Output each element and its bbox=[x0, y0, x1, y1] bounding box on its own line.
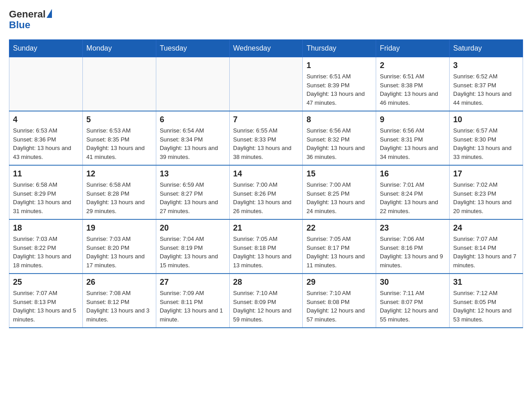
weekday-header-sunday: Sunday bbox=[9, 40, 83, 57]
calendar-cell: 22Sunrise: 7:05 AMSunset: 8:17 PMDayligh… bbox=[303, 219, 376, 274]
day-number: 11 bbox=[13, 169, 79, 179]
calendar-cell: 15Sunrise: 7:00 AMSunset: 8:25 PMDayligh… bbox=[303, 165, 376, 219]
calendar-cell: 21Sunrise: 7:05 AMSunset: 8:18 PMDayligh… bbox=[229, 219, 303, 274]
calendar-cell bbox=[82, 57, 156, 111]
calendar-cell: 31Sunrise: 7:12 AMSunset: 8:05 PMDayligh… bbox=[450, 274, 523, 328]
day-info: Sunrise: 7:10 AMSunset: 8:08 PMDaylight:… bbox=[306, 289, 372, 324]
calendar-cell: 29Sunrise: 7:10 AMSunset: 8:08 PMDayligh… bbox=[303, 274, 376, 328]
logo-triangle-icon bbox=[47, 9, 52, 18]
day-info: Sunrise: 6:59 AMSunset: 8:27 PMDaylight:… bbox=[160, 180, 226, 215]
calendar-cell: 11Sunrise: 6:58 AMSunset: 8:29 PMDayligh… bbox=[9, 165, 83, 219]
day-info: Sunrise: 7:03 AMSunset: 8:20 PMDaylight:… bbox=[86, 235, 152, 270]
calendar-cell bbox=[229, 57, 303, 111]
day-info: Sunrise: 6:55 AMSunset: 8:33 PMDaylight:… bbox=[233, 126, 299, 161]
day-number: 3 bbox=[453, 61, 519, 70]
day-info: Sunrise: 6:56 AMSunset: 8:32 PMDaylight:… bbox=[306, 126, 372, 161]
calendar-cell: 16Sunrise: 7:01 AMSunset: 8:24 PMDayligh… bbox=[376, 165, 450, 219]
calendar-cell: 28Sunrise: 7:10 AMSunset: 8:09 PMDayligh… bbox=[229, 274, 303, 328]
day-number: 29 bbox=[306, 278, 372, 287]
day-number: 4 bbox=[13, 115, 79, 124]
calendar-cell: 27Sunrise: 7:09 AMSunset: 8:11 PMDayligh… bbox=[156, 274, 229, 328]
day-info: Sunrise: 7:06 AMSunset: 8:16 PMDaylight:… bbox=[380, 235, 446, 270]
header: GeneralBlue bbox=[9, 9, 523, 30]
weekday-header-tuesday: Tuesday bbox=[156, 40, 229, 57]
day-number: 19 bbox=[86, 223, 152, 233]
day-info: Sunrise: 7:00 AMSunset: 8:25 PMDaylight:… bbox=[306, 180, 372, 215]
calendar-cell: 25Sunrise: 7:07 AMSunset: 8:13 PMDayligh… bbox=[9, 274, 83, 328]
day-number: 16 bbox=[380, 169, 446, 179]
calendar-cell: 14Sunrise: 7:00 AMSunset: 8:26 PMDayligh… bbox=[229, 165, 303, 219]
day-info: Sunrise: 7:10 AMSunset: 8:09 PMDaylight:… bbox=[233, 289, 299, 324]
day-info: Sunrise: 6:58 AMSunset: 8:28 PMDaylight:… bbox=[86, 180, 152, 215]
calendar-week-row: 11Sunrise: 6:58 AMSunset: 8:29 PMDayligh… bbox=[9, 165, 523, 219]
day-number: 5 bbox=[86, 115, 152, 124]
calendar-cell: 9Sunrise: 6:56 AMSunset: 8:31 PMDaylight… bbox=[376, 111, 450, 165]
calendar-cell: 3Sunrise: 6:52 AMSunset: 8:37 PMDaylight… bbox=[450, 57, 523, 111]
day-number: 21 bbox=[233, 223, 299, 233]
calendar-cell: 6Sunrise: 6:54 AMSunset: 8:34 PMDaylight… bbox=[156, 111, 229, 165]
day-number: 10 bbox=[453, 115, 519, 124]
day-number: 9 bbox=[380, 115, 446, 124]
day-number: 12 bbox=[86, 169, 152, 179]
calendar-cell: 19Sunrise: 7:03 AMSunset: 8:20 PMDayligh… bbox=[82, 219, 156, 274]
day-number: 31 bbox=[453, 278, 519, 287]
day-number: 6 bbox=[160, 115, 226, 124]
logo: GeneralBlue bbox=[9, 9, 52, 30]
day-info: Sunrise: 7:09 AMSunset: 8:11 PMDaylight:… bbox=[160, 289, 226, 324]
calendar-cell: 2Sunrise: 6:51 AMSunset: 8:38 PMDaylight… bbox=[376, 57, 450, 111]
day-number: 28 bbox=[233, 278, 299, 287]
day-info: Sunrise: 6:53 AMSunset: 8:36 PMDaylight:… bbox=[13, 126, 79, 161]
calendar-table: SundayMondayTuesdayWednesdayThursdayFrid… bbox=[9, 39, 523, 328]
calendar-cell: 30Sunrise: 7:11 AMSunset: 8:07 PMDayligh… bbox=[376, 274, 450, 328]
weekday-header-friday: Friday bbox=[376, 40, 450, 57]
day-number: 15 bbox=[306, 169, 372, 179]
day-info: Sunrise: 6:51 AMSunset: 8:38 PMDaylight:… bbox=[380, 72, 446, 107]
day-info: Sunrise: 7:01 AMSunset: 8:24 PMDaylight:… bbox=[380, 180, 446, 215]
calendar-cell: 4Sunrise: 6:53 AMSunset: 8:36 PMDaylight… bbox=[9, 111, 83, 165]
calendar-cell: 26Sunrise: 7:08 AMSunset: 8:12 PMDayligh… bbox=[82, 274, 156, 328]
day-number: 7 bbox=[233, 115, 299, 124]
calendar-cell: 23Sunrise: 7:06 AMSunset: 8:16 PMDayligh… bbox=[376, 219, 450, 274]
day-number: 1 bbox=[306, 61, 372, 70]
weekday-header-saturday: Saturday bbox=[450, 40, 523, 57]
logo-general-text: General bbox=[9, 9, 46, 20]
day-number: 17 bbox=[453, 169, 519, 179]
day-info: Sunrise: 7:05 AMSunset: 8:17 PMDaylight:… bbox=[306, 235, 372, 270]
weekday-header-thursday: Thursday bbox=[303, 40, 376, 57]
calendar-cell: 7Sunrise: 6:55 AMSunset: 8:33 PMDaylight… bbox=[229, 111, 303, 165]
calendar-week-row: 18Sunrise: 7:03 AMSunset: 8:22 PMDayligh… bbox=[9, 219, 523, 274]
day-info: Sunrise: 7:00 AMSunset: 8:26 PMDaylight:… bbox=[233, 180, 299, 215]
calendar-cell bbox=[156, 57, 229, 111]
day-info: Sunrise: 6:51 AMSunset: 8:39 PMDaylight:… bbox=[306, 72, 372, 107]
calendar-cell: 8Sunrise: 6:56 AMSunset: 8:32 PMDaylight… bbox=[303, 111, 376, 165]
day-info: Sunrise: 7:07 AMSunset: 8:13 PMDaylight:… bbox=[13, 289, 79, 324]
weekday-header-wednesday: Wednesday bbox=[229, 40, 303, 57]
day-number: 24 bbox=[453, 223, 519, 233]
day-number: 27 bbox=[160, 278, 226, 287]
calendar-week-row: 4Sunrise: 6:53 AMSunset: 8:36 PMDaylight… bbox=[9, 111, 523, 165]
weekday-header-row: SundayMondayTuesdayWednesdayThursdayFrid… bbox=[9, 40, 523, 57]
day-number: 18 bbox=[13, 223, 79, 233]
day-info: Sunrise: 7:04 AMSunset: 8:19 PMDaylight:… bbox=[160, 235, 226, 270]
calendar-cell: 24Sunrise: 7:07 AMSunset: 8:14 PMDayligh… bbox=[450, 219, 523, 274]
calendar-cell: 18Sunrise: 7:03 AMSunset: 8:22 PMDayligh… bbox=[9, 219, 83, 274]
weekday-header-monday: Monday bbox=[82, 40, 156, 57]
day-number: 20 bbox=[160, 223, 226, 233]
calendar-cell: 17Sunrise: 7:02 AMSunset: 8:23 PMDayligh… bbox=[450, 165, 523, 219]
calendar-cell: 12Sunrise: 6:58 AMSunset: 8:28 PMDayligh… bbox=[82, 165, 156, 219]
day-info: Sunrise: 7:12 AMSunset: 8:05 PMDaylight:… bbox=[453, 289, 519, 324]
logo-blue-text: Blue bbox=[9, 20, 52, 30]
calendar-cell: 13Sunrise: 6:59 AMSunset: 8:27 PMDayligh… bbox=[156, 165, 229, 219]
day-number: 25 bbox=[13, 278, 79, 287]
calendar-cell: 5Sunrise: 6:53 AMSunset: 8:35 PMDaylight… bbox=[82, 111, 156, 165]
day-number: 14 bbox=[233, 169, 299, 179]
day-info: Sunrise: 6:57 AMSunset: 8:30 PMDaylight:… bbox=[453, 126, 519, 161]
calendar-header: SundayMondayTuesdayWednesdayThursdayFrid… bbox=[9, 40, 523, 57]
day-info: Sunrise: 6:53 AMSunset: 8:35 PMDaylight:… bbox=[86, 126, 152, 161]
day-number: 8 bbox=[306, 115, 372, 124]
day-number: 26 bbox=[86, 278, 152, 287]
day-number: 22 bbox=[306, 223, 372, 233]
day-info: Sunrise: 7:11 AMSunset: 8:07 PMDaylight:… bbox=[380, 289, 446, 324]
day-info: Sunrise: 6:54 AMSunset: 8:34 PMDaylight:… bbox=[160, 126, 226, 161]
day-info: Sunrise: 6:56 AMSunset: 8:31 PMDaylight:… bbox=[380, 126, 446, 161]
